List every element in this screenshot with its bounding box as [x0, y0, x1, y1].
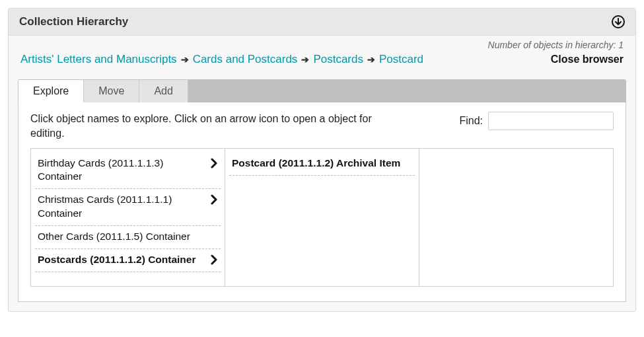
list-item[interactable]: Birthday Cards (2011.1.1.3) Container [35, 153, 221, 189]
list-item-label: Postcard (2011.1.1.2) Archival Item [232, 157, 400, 170]
tab-strip: Explore Move Add [18, 79, 626, 102]
panel-title: Collection Hierarchy [19, 15, 128, 28]
close-browser-button[interactable]: Close browser [551, 54, 624, 65]
list-item-label: Postcards (2011.1.1.2) Container [38, 253, 196, 266]
chevron-right-icon: ➔ [301, 54, 309, 65]
chevron-right-icon[interactable] [210, 158, 218, 168]
list-item[interactable]: Christmas Cards (2011.1.1.1) Container [35, 189, 221, 225]
tab-add[interactable]: Add [139, 80, 188, 102]
hierarchy-column [419, 149, 613, 286]
instructions-text: Click object names to explore. Click on … [30, 112, 400, 140]
tabs-container: Explore Move Add Click object names to e… [9, 79, 635, 311]
tab-body-explore: Click object names to explore. Click on … [18, 102, 626, 302]
list-item[interactable]: Other Cards (2011.1.5) Container [35, 226, 221, 249]
collection-hierarchy-panel: Collection Hierarchy Number of objects i… [8, 8, 636, 312]
find-label: Find: [459, 115, 483, 127]
chevron-right-icon[interactable] [210, 254, 218, 265]
chevron-right-icon: ➔ [181, 54, 189, 65]
breadcrumb-item[interactable]: Cards and Postcards [193, 53, 298, 66]
instructions-row: Click object names to explore. Click on … [30, 112, 614, 140]
breadcrumb: Artists' Letters and Manuscripts ➔ Cards… [20, 53, 423, 66]
find-wrap: Find: [459, 112, 614, 130]
hierarchy-column: Birthday Cards (2011.1.1.3) Container Ch… [31, 149, 225, 286]
breadcrumb-item[interactable]: Artists' Letters and Manuscripts [20, 53, 177, 66]
panel-header: Collection Hierarchy [9, 9, 635, 36]
collapse-icon[interactable] [612, 15, 625, 28]
list-item[interactable]: Postcards (2011.1.1.2) Container [35, 249, 221, 272]
chevron-right-icon[interactable] [210, 194, 218, 205]
tab-explore[interactable]: Explore [18, 80, 84, 102]
breadcrumb-item[interactable]: Postcard [379, 53, 423, 66]
list-item-label: Christmas Cards (2011.1.1.1) Container [38, 193, 206, 219]
find-input[interactable] [488, 112, 614, 130]
list-item[interactable]: Postcard (2011.1.1.2) Archival Item [229, 153, 415, 176]
list-item-label: Birthday Cards (2011.1.1.3) Container [38, 157, 206, 183]
chevron-right-icon: ➔ [367, 54, 375, 65]
hierarchy-columns: Birthday Cards (2011.1.1.3) Container Ch… [30, 148, 614, 287]
tab-move[interactable]: Move [84, 80, 139, 102]
object-count: Number of objects in hierarchy: 1 [9, 36, 635, 50]
breadcrumb-item[interactable]: Postcards [313, 53, 363, 66]
breadcrumb-row: Artists' Letters and Manuscripts ➔ Cards… [9, 50, 635, 79]
list-item-label: Other Cards (2011.1.5) Container [38, 230, 190, 243]
hierarchy-column: Postcard (2011.1.1.2) Archival Item [225, 149, 419, 286]
